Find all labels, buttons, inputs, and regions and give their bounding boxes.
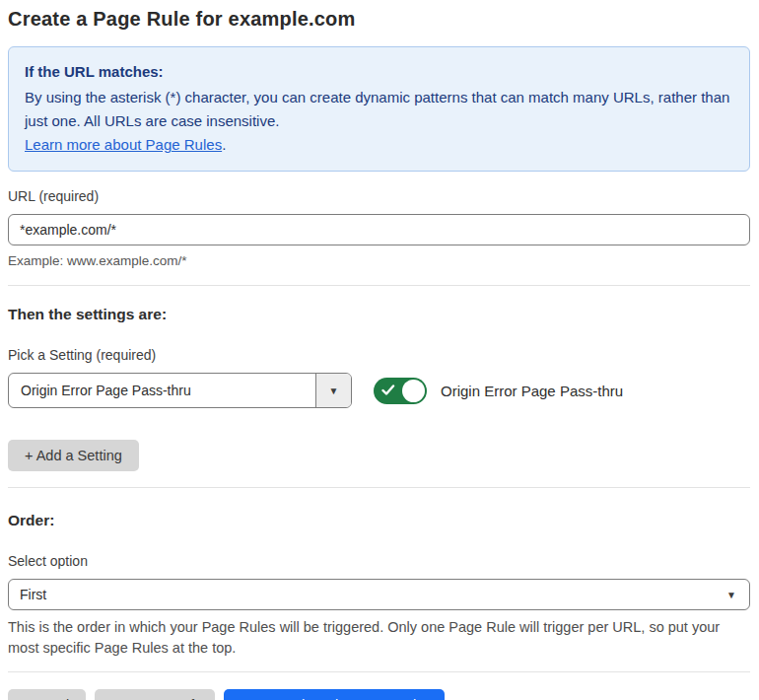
learn-more-link[interactable]: Learn more about Page Rules: [25, 136, 222, 153]
url-example-helper: Example: www.example.com/*: [8, 252, 750, 269]
setting-dropdown-caret-button[interactable]: ▼: [315, 374, 351, 407]
order-helper-text: This is the order in which your Page Rul…: [8, 617, 750, 659]
chevron-down-icon: ▼: [329, 385, 339, 396]
add-setting-button[interactable]: + Add a Setting: [8, 440, 139, 471]
origin-error-toggle[interactable]: [374, 378, 427, 404]
save-as-draft-button[interactable]: Save as Draft: [95, 689, 215, 700]
setting-row: Origin Error Page Pass-thru ▼ Origin Err…: [8, 373, 750, 408]
info-box-heading: If the URL matches:: [25, 60, 733, 84]
divider: [8, 671, 750, 672]
link-period: .: [222, 136, 226, 153]
footer-actions: Cancel Save as Draft Save and Deploy Pag…: [8, 689, 750, 700]
save-and-deploy-button[interactable]: Save and Deploy Page Rule: [224, 689, 445, 700]
info-box-body: By using the asterisk (*) character, you…: [25, 86, 733, 133]
page-title: Create a Page Rule for example.com: [8, 6, 750, 32]
page-rule-form: Create a Page Rule for example.com If th…: [0, 0, 759, 700]
order-select-value: First: [20, 587, 726, 602]
url-input[interactable]: [8, 214, 750, 245]
select-option-label: Select option: [8, 553, 750, 569]
setting-dropdown[interactable]: Origin Error Page Pass-thru ▼: [8, 373, 352, 408]
settings-section-heading: Then the settings are:: [8, 306, 750, 323]
toggle-knob: [402, 380, 425, 402]
cancel-button[interactable]: Cancel: [8, 689, 86, 700]
chevron-down-icon: ▼: [726, 590, 736, 600]
info-box-link-line: Learn more about Page Rules.: [25, 133, 733, 157]
url-field-label: URL (required): [8, 188, 750, 204]
order-select[interactable]: First ▼: [8, 579, 750, 610]
setting-dropdown-value: Origin Error Page Pass-thru: [9, 374, 315, 407]
divider: [8, 487, 750, 488]
check-icon: [381, 385, 395, 396]
toggle-label: Origin Error Page Pass-thru: [441, 383, 623, 399]
url-match-info-box: If the URL matches: By using the asteris…: [8, 46, 750, 172]
pick-setting-label: Pick a Setting (required): [8, 347, 750, 363]
divider: [8, 285, 750, 286]
order-section-heading: Order:: [8, 512, 750, 529]
